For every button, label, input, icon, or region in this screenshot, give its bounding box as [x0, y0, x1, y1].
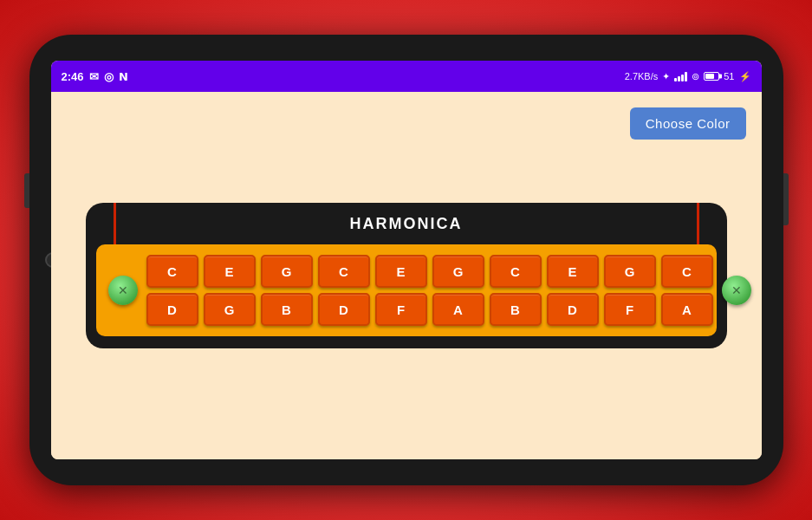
wifi-icon: ⊚ — [692, 71, 699, 82]
status-bar: 2:46 ✉ ◎ 𝗡 2.7KB/s ✦ — [51, 61, 762, 92]
phone-screen: 2:46 ✉ ◎ 𝗡 2.7KB/s ✦ — [51, 61, 762, 459]
red-line-right — [697, 203, 699, 244]
mail-icon: ✉ — [89, 70, 99, 83]
harmonica-widget: HARMONICA C E G C E G — [86, 203, 727, 348]
right-screw — [722, 276, 751, 305]
key-bottom-5[interactable]: A — [432, 293, 484, 326]
harmonica-body: C E G C E G C E G C D — [96, 244, 717, 336]
left-screw — [108, 276, 138, 305]
key-top-2[interactable]: G — [261, 255, 313, 288]
keys-grid: C E G C E G C E G C D — [146, 255, 713, 326]
network-speed: 2.7KB/s — [625, 71, 659, 81]
instagram-icon: ◎ — [104, 70, 114, 83]
harmonica-title-bar: HARMONICA — [86, 203, 727, 244]
choose-color-button[interactable]: Choose Color — [630, 107, 746, 140]
key-bottom-3[interactable]: D — [318, 293, 370, 326]
key-top-7[interactable]: E — [547, 255, 599, 288]
key-top-6[interactable]: C — [490, 255, 542, 288]
key-top-9[interactable]: C — [661, 255, 713, 288]
charging-icon: ⚡ — [739, 71, 751, 82]
key-top-4[interactable]: E — [375, 255, 427, 288]
bluetooth-icon: ✦ — [662, 71, 670, 82]
time-display: 2:46 — [62, 70, 84, 83]
status-bar-right: 2.7KB/s ✦ ⊚ 51 — [625, 71, 751, 82]
phone-device: 2:46 ✉ ◎ 𝗡 2.7KB/s ✦ — [29, 35, 783, 485]
red-line-left — [114, 203, 116, 244]
screen-content: Choose Color HARMONICA C E G — [51, 92, 762, 459]
key-bottom-0[interactable]: D — [146, 293, 198, 326]
key-bottom-7[interactable]: D — [547, 293, 599, 326]
battery-percent: 51 — [724, 71, 734, 81]
harmonica-title: HARMONICA — [350, 215, 463, 233]
signal-bars-icon — [674, 71, 687, 81]
status-bar-left: 2:46 ✉ ◎ 𝗡 — [62, 70, 128, 83]
key-bottom-6[interactable]: B — [490, 293, 542, 326]
bottom-keys-row: D G B D F A B D F A — [146, 293, 713, 326]
key-bottom-4[interactable]: F — [375, 293, 427, 326]
key-top-5[interactable]: G — [432, 255, 484, 288]
key-top-1[interactable]: E — [204, 255, 256, 288]
top-keys-row: C E G C E G C E G C — [146, 255, 713, 288]
notification-icon: 𝗡 — [119, 70, 128, 83]
key-top-3[interactable]: C — [318, 255, 370, 288]
key-bottom-8[interactable]: F — [604, 293, 656, 326]
battery-icon — [704, 72, 719, 81]
key-top-0[interactable]: C — [146, 255, 198, 288]
key-bottom-2[interactable]: B — [261, 293, 313, 326]
key-bottom-1[interactable]: G — [204, 293, 256, 326]
key-top-8[interactable]: G — [604, 255, 656, 288]
key-bottom-9[interactable]: A — [661, 293, 713, 326]
